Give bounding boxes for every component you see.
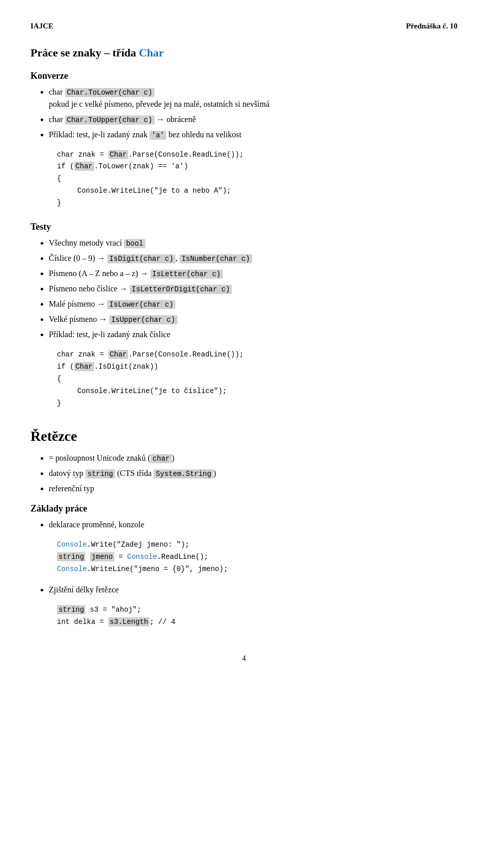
page-title: Práce se znaky – třída Char	[30, 44, 458, 61]
page-header: IAJCE Přednáška č. 10	[30, 20, 458, 32]
list-item-delka: Zjištění délky řetězce string s3 = "ahoj…	[49, 584, 458, 633]
code-string: string	[85, 469, 115, 478]
code-isdigit: IsDigit(char c)	[107, 254, 175, 263]
code-line: string jmeno = Console.ReadLine();	[57, 551, 458, 563]
retezce-list: = posloupnost Unicode znaků (char) datov…	[30, 452, 458, 495]
list-item-tolower: char Char.ToLower(char c) pokud je c vel…	[49, 86, 458, 110]
code-line: Console.WriteLine("je to a nebo A");	[57, 185, 458, 197]
list-item-string: datový typ string (CTS třída System.Stri…	[49, 467, 458, 480]
code-line: char znak = Char.Parse(Console.ReadLine(…	[57, 149, 458, 161]
code-block-testy: char znak = Char.Parse(Console.ReadLine(…	[49, 345, 458, 413]
section-testy-heading: Testy	[30, 220, 458, 234]
list-item-islower: Malé písmeno → IsLower(char c)	[49, 298, 458, 310]
code-a: 'a'	[149, 131, 166, 140]
code-line: {	[57, 373, 458, 385]
code-line: {	[57, 173, 458, 185]
code-line: Console.Write("Zadej jmeno: ");	[57, 539, 458, 551]
code-isnumber: IsNumber(char c)	[179, 254, 252, 263]
list-item-example2: Příklad: test, je-li zadaný znak číslice…	[49, 328, 458, 413]
code-tolower: Char.ToLower(char c)	[65, 88, 155, 97]
code-line: char znak = Char.Parse(Console.ReadLine(…	[57, 349, 458, 361]
code-line: string s3 = "ahoj";	[57, 604, 458, 616]
code-char: char	[150, 454, 172, 463]
list-item-pismeno: Písmeno (A – Z nebo a – z) → IsLetter(ch…	[49, 267, 458, 280]
code-bool: bool	[124, 239, 145, 248]
section-zaklady-heading: Základy práce	[30, 502, 458, 516]
konverze-list: char Char.ToLower(char c) pokud je c vel…	[30, 86, 458, 214]
page-title-highlight: Char	[139, 46, 164, 59]
section-konverze-heading: Konverze	[30, 69, 458, 83]
code-line: }	[57, 197, 458, 209]
testy-list: Všechny metody vrací bool Číslice (0 – 9…	[30, 237, 458, 413]
code-toupper: Char.ToUpper(char c)	[65, 115, 155, 125]
header-left: IAJCE	[30, 20, 53, 32]
section-retezce-heading: Řetězce	[30, 426, 458, 447]
code-line: if (Char.IsDigit(znak))	[57, 361, 458, 373]
list-item-bool: Všechny metody vrací bool	[49, 237, 458, 249]
code-isupper: IsUpper(char c)	[109, 315, 177, 324]
list-item-example1: Příklad: test, je-li zadaný znak 'a' bez…	[49, 129, 458, 214]
zaklady-list: deklarace proměnné, konzole Console.Writ…	[30, 519, 458, 632]
list-item-deklarace: deklarace proměnné, konzole Console.Writ…	[49, 519, 458, 579]
list-item-isupper: Velké písmeno → IsUpper(char c)	[49, 313, 458, 325]
code-block-konverze: char znak = Char.Parse(Console.ReadLine(…	[49, 145, 458, 214]
code-line: int delka = s3.Length; // 4	[57, 616, 458, 628]
code-line: if (Char.ToLower(znak) == 'a')	[57, 161, 458, 173]
code-isletterordigit: IsLetterOrDigit(char c)	[130, 285, 232, 294]
list-item-cislo: Číslice (0 – 9) → IsDigit(char c), IsNum…	[49, 252, 458, 264]
code-block-zaklady: Console.Write("Zadej jmeno: "); string j…	[49, 535, 458, 579]
list-item-toupper: char Char.ToUpper(char c) → obráceně	[49, 113, 458, 126]
code-line: }	[57, 398, 458, 410]
list-item-unicode: = posloupnost Unicode znaků (char)	[49, 452, 458, 464]
list-item-ref: referenční typ	[49, 483, 458, 495]
code-line: Console.WriteLine("je to číslice");	[57, 385, 458, 398]
code-islower: IsLower(char c)	[107, 300, 175, 309]
tolower-desc: pokud je c velké písmeno, převede jej na…	[49, 100, 269, 108]
page-title-text: Práce se znaky – třída	[30, 46, 139, 59]
code-systemstring: System.String	[154, 469, 213, 478]
code-block-delka: string s3 = "ahoj"; int delka = s3.Lengt…	[49, 600, 458, 633]
code-isletter: IsLetter(char c)	[150, 270, 223, 279]
list-item-letterordigit: Písmeno nebo číslice → IsLetterOrDigit(c…	[49, 283, 458, 295]
code-line: Console.WriteLine("jmeno = {0}", jmeno);	[57, 563, 458, 576]
page-number: 4	[30, 652, 458, 664]
header-right: Přednáška č. 10	[406, 20, 458, 32]
